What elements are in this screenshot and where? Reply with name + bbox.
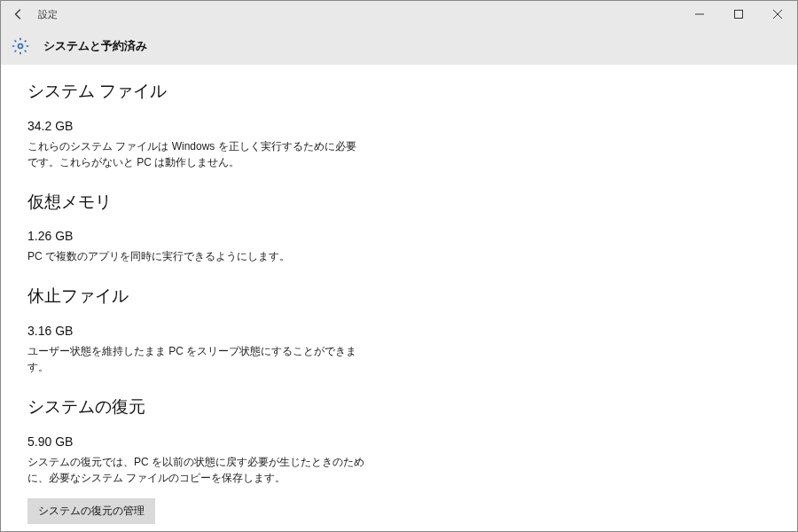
virtual-memory-desc: PC で複数のアプリを同時に実行できるようにします。 [27, 248, 364, 264]
page-title: システムと予約済み [43, 38, 147, 54]
arrow-left-icon [12, 8, 25, 20]
manage-system-restore-button[interactable]: システムの復元の管理 [27, 498, 155, 524]
close-button[interactable] [758, 1, 797, 27]
page-header: システムと予約済み [1, 27, 797, 65]
minimize-icon [695, 10, 704, 19]
system-restore-desc: システムの復元では、PC を以前の状態に戻す必要が生じたときのために、必要なシス… [27, 454, 364, 486]
system-files-heading: システム ファイル [27, 81, 797, 103]
hibernation-heading: 休止ファイル [27, 286, 797, 308]
system-restore-value: 5.90 GB [27, 434, 797, 449]
system-files-value: 34.2 GB [27, 119, 797, 133]
system-restore-heading: システムの復元 [27, 396, 797, 419]
window-controls [680, 1, 797, 27]
svg-rect-1 [735, 11, 743, 19]
hibernation-value: 3.16 GB [27, 324, 797, 338]
back-button[interactable] [1, 1, 36, 27]
gear-icon [12, 37, 29, 55]
window-title: 設定 [38, 8, 58, 21]
hibernation-desc: ユーザー状態を維持したまま PC をスリープ状態にすることができます。 [27, 343, 364, 375]
virtual-memory-value: 1.26 GB [27, 229, 797, 243]
minimize-button[interactable] [680, 1, 719, 27]
maximize-button[interactable] [719, 1, 758, 27]
svg-point-4 [19, 43, 23, 48]
virtual-memory-heading: 仮想メモリ [27, 192, 797, 214]
system-files-desc: これらのシステム ファイルは Windows を正しく実行するために必要です。こ… [27, 138, 364, 170]
close-icon [773, 10, 782, 19]
titlebar: 設定 [1, 1, 797, 27]
content: システム ファイル 34.2 GB これらのシステム ファイルは Windows… [1, 65, 797, 532]
maximize-icon [734, 10, 743, 19]
